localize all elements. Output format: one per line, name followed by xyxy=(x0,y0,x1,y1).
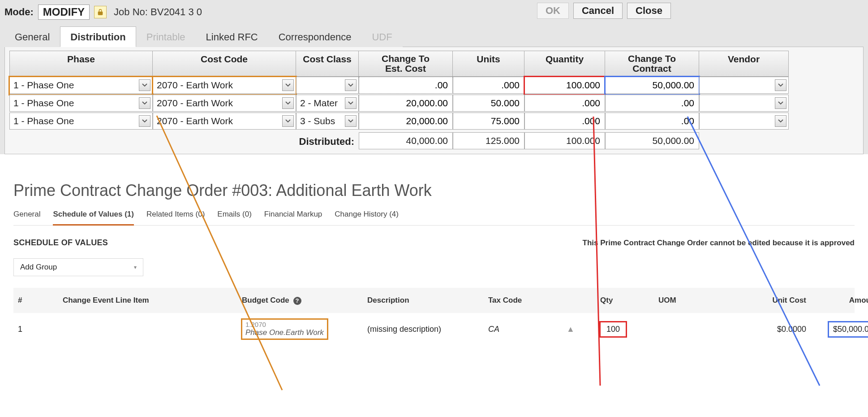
distribution-body: Phase Cost Code Cost Class Change To Est… xyxy=(4,47,864,154)
sum-change-est: 40,000.00 xyxy=(359,132,453,149)
col-unitcost: Unit Cost xyxy=(717,296,811,305)
sum-units: 125.000 xyxy=(453,132,524,149)
change-est-input[interactable] xyxy=(359,113,453,130)
chevron-down-icon xyxy=(345,97,357,109)
col-cost-class: Cost Class xyxy=(296,51,359,77)
grid-row: 1 - Phase One 2070 - Earth Work 2 - Mate… xyxy=(9,95,859,113)
sum-quantity: 100.000 xyxy=(524,132,605,149)
col-uom: UOM xyxy=(654,296,717,305)
phase-dropdown[interactable]: 1 - Phase One xyxy=(9,77,153,94)
grid-row: 1 - Phase One 2070 - Earth Work xyxy=(9,77,859,95)
sov-table: # Change Event Line Item Budget Code ? D… xyxy=(13,288,855,345)
vendor-dropdown[interactable] xyxy=(699,77,789,94)
button-bar: OK Cancel Close xyxy=(537,3,671,19)
vendor-dropdown[interactable] xyxy=(699,113,789,130)
col-amount: Amount xyxy=(811,296,868,305)
mode-label: Mode: xyxy=(4,6,34,18)
row-num: 1 xyxy=(13,325,58,334)
col-desc: Description xyxy=(363,296,484,305)
costcode-dropdown[interactable]: 2070 - Earth Work xyxy=(153,113,296,130)
grid-header-row: Phase Cost Code Cost Class Change To Est… xyxy=(9,51,859,77)
phase-dropdown[interactable]: 1 - Phase One xyxy=(9,113,153,130)
phase-dropdown[interactable]: 1 - Phase One xyxy=(9,95,153,112)
chevron-down-icon xyxy=(139,97,150,109)
distributed-row: Distributed: 40,000.00 125.000 100.000 5… xyxy=(9,132,859,149)
costclass-dropdown[interactable]: 3 - Subs xyxy=(296,113,359,130)
col-units: Units xyxy=(453,51,524,77)
app-panel: Mode: MODIFY Job No: BV2041 3 0 OK Cance… xyxy=(0,0,868,154)
chevron-down-icon xyxy=(775,115,786,127)
subtab-markup[interactable]: Financial Markup xyxy=(264,207,322,225)
tab-udf: UDF xyxy=(361,26,402,47)
cancel-button[interactable]: Cancel xyxy=(573,3,623,19)
job-label: Job No: BV2041 3 0 xyxy=(114,6,202,18)
costcode-dropdown[interactable]: 2070 - Earth Work xyxy=(153,77,296,94)
row-qty: 100 xyxy=(596,322,654,337)
col-budget: Budget Code ? xyxy=(237,296,363,305)
col-phase: Phase xyxy=(9,51,153,77)
subtab-history[interactable]: Change History (4) xyxy=(335,207,399,225)
mode-value: MODIFY xyxy=(38,4,90,20)
chevron-down-icon xyxy=(139,115,150,127)
change-contract-input[interactable] xyxy=(605,113,699,130)
change-contract-input[interactable] xyxy=(605,77,699,94)
tab-printable: Printable xyxy=(136,26,196,47)
tab-linked-rfc[interactable]: Linked RFC xyxy=(196,26,268,47)
change-est-input[interactable] xyxy=(359,95,453,112)
chevron-down-icon xyxy=(345,79,357,91)
lock-icon[interactable] xyxy=(94,6,107,18)
change-contract-input[interactable] xyxy=(605,95,699,112)
quantity-input[interactable] xyxy=(524,113,605,130)
tab-distribution[interactable]: Distribution xyxy=(60,26,136,47)
col-line: Change Event Line Item xyxy=(58,296,237,305)
ok-button: OK xyxy=(537,3,569,19)
toolbar: Mode: MODIFY Job No: BV2041 3 0 xyxy=(4,4,864,24)
subtab-general[interactable]: General xyxy=(13,207,40,225)
tab-correspondence[interactable]: Correspondence xyxy=(268,26,362,47)
quantity-input[interactable] xyxy=(524,77,605,94)
chevron-down-icon xyxy=(775,97,786,109)
help-icon[interactable]: ? xyxy=(293,297,301,305)
close-button[interactable]: Close xyxy=(627,3,671,19)
sum-change-contract: 50,000.00 xyxy=(605,132,699,149)
tabstrip: General Distribution Printable Linked RF… xyxy=(4,26,864,47)
chevron-down-icon xyxy=(345,115,357,127)
quantity-input[interactable] xyxy=(524,95,605,112)
chevron-down-icon xyxy=(282,115,294,127)
grid-row: 1 - Phase One 2070 - Earth Work 3 - Subs xyxy=(9,113,859,130)
add-group-dropdown[interactable]: Add Group ▾ xyxy=(13,258,143,276)
row-unitcost: $0.0000 xyxy=(717,325,811,334)
col-quantity: Quantity xyxy=(524,51,605,77)
subtab-emails[interactable]: Emails (0) xyxy=(217,207,252,225)
costclass-dropdown[interactable] xyxy=(296,77,359,94)
chevron-down-icon xyxy=(139,79,150,91)
units-input[interactable] xyxy=(453,77,524,94)
row-desc: (missing description) xyxy=(363,325,484,334)
change-est-input[interactable] xyxy=(359,77,453,94)
units-input[interactable] xyxy=(453,95,524,112)
chevron-down-icon xyxy=(282,79,294,91)
readonly-note: This Prime Contract Change Order cannot … xyxy=(583,239,855,248)
costclass-dropdown[interactable]: 2 - Mater xyxy=(296,95,359,112)
units-input[interactable] xyxy=(453,113,524,130)
subtab-related[interactable]: Related Items (0) xyxy=(146,207,205,225)
col-tax: Tax Code xyxy=(484,296,562,305)
distributed-label: Distributed: xyxy=(9,132,359,149)
warning-icon: ▲ xyxy=(562,325,596,334)
col-cost-code: Cost Code xyxy=(153,51,296,77)
chevron-down-icon xyxy=(775,79,786,91)
page-title: Prime Contract Change Order #003: Additi… xyxy=(13,181,855,200)
sov-header: # Change Event Line Item Budget Code ? D… xyxy=(13,288,855,313)
row-budget-code: 1.2070 Phase One.Earth Work xyxy=(237,319,363,339)
costcode-dropdown[interactable]: 2070 - Earth Work xyxy=(153,95,296,112)
section-title: SCHEDULE OF VALUES xyxy=(13,238,108,248)
sov-row: 1 1.2070 Phase One.Earth Work (missing d… xyxy=(13,313,855,345)
col-change-est: Change To Est. Cost xyxy=(359,51,453,77)
lower-panel: Prime Contract Change Order #003: Additi… xyxy=(0,154,868,345)
vendor-dropdown[interactable] xyxy=(699,95,789,112)
tab-general[interactable]: General xyxy=(4,26,60,47)
col-vendor: Vendor xyxy=(699,51,789,77)
chevron-down-icon: ▾ xyxy=(134,264,137,270)
col-num: # xyxy=(13,296,58,305)
subtab-sov[interactable]: Schedule of Values (1) xyxy=(53,207,133,226)
